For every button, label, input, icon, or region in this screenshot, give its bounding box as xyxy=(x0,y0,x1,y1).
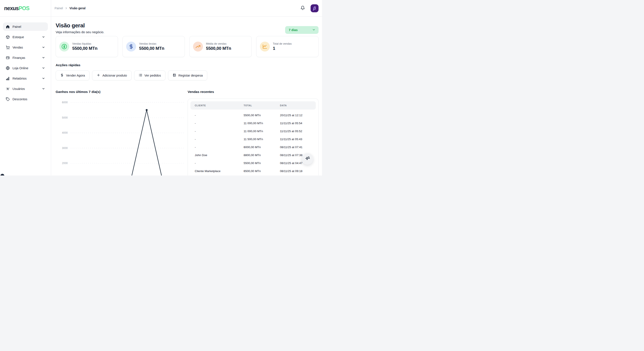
sidebar-item-label: Descontos xyxy=(12,98,28,101)
sidebar-item-loja-online[interactable]: Loja Online xyxy=(3,64,48,72)
stat-card-media-de-vendas: Média de vendas 5500,00 MTn xyxy=(189,36,252,57)
dollar-icon xyxy=(60,73,64,78)
cell-cliente: - xyxy=(190,114,240,117)
table-row: - 5500,00 MTn 20/11/25 at 12:12 xyxy=(190,111,316,119)
chevron-down-icon xyxy=(42,56,45,59)
cell-cliente: John Doe xyxy=(190,154,240,157)
table-row: - 11 000,00 MTn 11/11/25 at 05:52 xyxy=(190,127,316,135)
page-header: Visão geral Veja informações do seu negó… xyxy=(56,22,318,34)
cell-cliente: - xyxy=(190,146,240,149)
stat-text: Média de vendas 5500,00 MTn xyxy=(206,42,231,51)
cell-data: 11/11/25 at 05:52 xyxy=(276,130,316,133)
stat-value: 5500,00 MTn xyxy=(139,46,164,51)
sidebar-item-label: Vendas xyxy=(12,46,23,49)
sell-now-button[interactable]: Vender Agora xyxy=(56,70,90,80)
cell-cliente: - xyxy=(190,122,240,125)
svg-text:4000: 4000 xyxy=(62,131,68,134)
sidebar-item-usuarios[interactable]: Usuários xyxy=(3,84,48,93)
brand-logo-primary: nexus xyxy=(4,5,18,11)
shopping-cart-icon xyxy=(6,46,10,49)
top-bar: Painel Visão geral β xyxy=(51,0,322,16)
table-row: - 5500,00 MTn 08/11/25 at 04:47 xyxy=(190,159,316,167)
brand-logo-accent: POS xyxy=(18,5,29,11)
column-header-data: DATA xyxy=(276,104,316,107)
cell-cliente: - xyxy=(190,162,240,165)
cell-data: 08/11/25 at 09:18 xyxy=(276,170,316,173)
tag-icon xyxy=(6,97,10,101)
plus-icon xyxy=(96,73,100,78)
svg-text:5000: 5000 xyxy=(62,116,68,119)
trending-up-icon xyxy=(193,42,203,52)
earnings-chart-title: Ganhos nos últimos 7 dia(s) xyxy=(56,90,188,94)
view-orders-button[interactable]: Ver pedidos xyxy=(134,70,166,80)
circle-dollar-icon xyxy=(59,42,69,52)
bottom-section: Ganhos nos últimos 7 dia(s) 600050004000… xyxy=(56,90,318,176)
cell-total: 5500,00 MTn xyxy=(240,162,276,165)
button-label: Adicionar produto xyxy=(102,74,127,77)
stat-card-total-de-vendas: Total de vendas 1 xyxy=(256,36,318,57)
sidebar-item-painel[interactable]: Painel xyxy=(3,22,48,31)
chevron-down-icon xyxy=(42,87,45,90)
add-product-button[interactable]: Adicionar produto xyxy=(92,70,132,80)
sidebar-item-label: Estoque xyxy=(12,35,24,39)
svg-text:3000: 3000 xyxy=(62,146,68,150)
stat-value: 5500,00 MTn xyxy=(206,46,231,51)
chevron-down-icon xyxy=(312,28,316,32)
sidebar-item-relatorios[interactable]: Relatórios xyxy=(3,74,48,82)
stat-text: Vendas líquidas 5500,00 MTn xyxy=(72,42,98,51)
recent-sales-rows: - 5500,00 MTn 20/11/25 at 12:12 - 11 000… xyxy=(190,110,316,175)
cell-data: 11/11/25 at 05:43 xyxy=(276,138,316,141)
cell-data: 20/11/25 at 12:12 xyxy=(276,114,316,117)
recent-sales-section: Vendas recentes CLIENTE TOTAL DATA - 550… xyxy=(188,90,318,176)
receipt-dollar-icon: $ xyxy=(172,73,176,78)
cell-data: 08/11/25 at 07:41 xyxy=(276,146,316,149)
globe-icon xyxy=(6,66,10,70)
dollar-icon xyxy=(126,42,136,52)
svg-text:6000: 6000 xyxy=(62,101,68,104)
sidebar-item-label: Loja Online xyxy=(12,66,28,70)
button-label: Ver pedidos xyxy=(144,74,161,77)
ai-assistant-button[interactable] xyxy=(302,153,313,165)
chevron-down-icon xyxy=(42,46,45,49)
wallet-icon xyxy=(6,56,10,60)
period-filter-value: 7 dias xyxy=(289,28,298,32)
brand-logo[interactable]: nexusPOS xyxy=(4,5,29,12)
table-row: - 11 000,00 MTn 11/11/25 at 05:54 xyxy=(190,119,316,127)
page-title-block: Visão geral Veja informações do seu negó… xyxy=(56,22,104,34)
breadcrumb-parent[interactable]: Painel xyxy=(54,6,63,10)
list-icon xyxy=(139,73,142,78)
column-header-total: TOTAL xyxy=(240,104,276,107)
user-avatar[interactable]: β xyxy=(310,4,318,12)
register-expense-button[interactable]: $ Registar despesa xyxy=(168,70,207,80)
stat-label: Total de vendas xyxy=(273,42,292,45)
notifications-button[interactable] xyxy=(300,6,305,11)
cell-total: 11 000,00 MTn xyxy=(240,130,276,133)
stat-card-vendas-brutas: Vendas brutas 5500,00 MTn xyxy=(122,36,185,57)
period-filter-dropdown[interactable]: 7 dias xyxy=(285,26,318,34)
cell-cliente: - xyxy=(190,130,240,133)
sidebar-item-estoque[interactable]: Estoque xyxy=(3,33,48,41)
sidebar-item-vendas[interactable]: Vendas xyxy=(3,43,48,52)
quick-actions-title: Acções rápidas xyxy=(56,63,318,67)
recent-sales-title: Vendas recentes xyxy=(188,90,318,94)
svg-text:2000: 2000 xyxy=(62,162,68,165)
sidebar-item-descontos[interactable]: Descontos xyxy=(3,95,48,103)
avatar-glyph: β xyxy=(313,6,316,11)
chart-line-icon xyxy=(260,42,270,52)
topbar-actions: β xyxy=(300,4,318,12)
stat-value: 5500,00 MTn xyxy=(72,46,98,51)
breadcrumb-current: Visão geral xyxy=(70,6,86,10)
table-row: - 11 500,00 MTn 11/11/25 at 05:43 xyxy=(190,135,316,143)
package-icon xyxy=(6,35,10,39)
cell-cliente: - xyxy=(190,138,240,141)
cell-total: 11 500,00 MTn xyxy=(240,138,276,141)
sidebar-item-financas[interactable]: Finanças xyxy=(3,54,48,62)
earnings-line-chart: 60005000400030002000 xyxy=(56,100,187,176)
stat-label: Média de vendas xyxy=(206,42,231,45)
table-row: Cliente Marketplace 6500,00 MTn 08/11/25… xyxy=(190,167,316,175)
stat-value: 1 xyxy=(273,46,292,51)
stat-label: Vendas líquidas xyxy=(72,42,98,45)
nexuspos-dashboard: nexusPOS Painel Visão geral β xyxy=(0,0,322,176)
sidebar: Painel Estoque Vendas Finanças xyxy=(0,16,51,176)
quick-actions: Vender Agora Adicionar produto Ver pedid… xyxy=(56,70,318,80)
